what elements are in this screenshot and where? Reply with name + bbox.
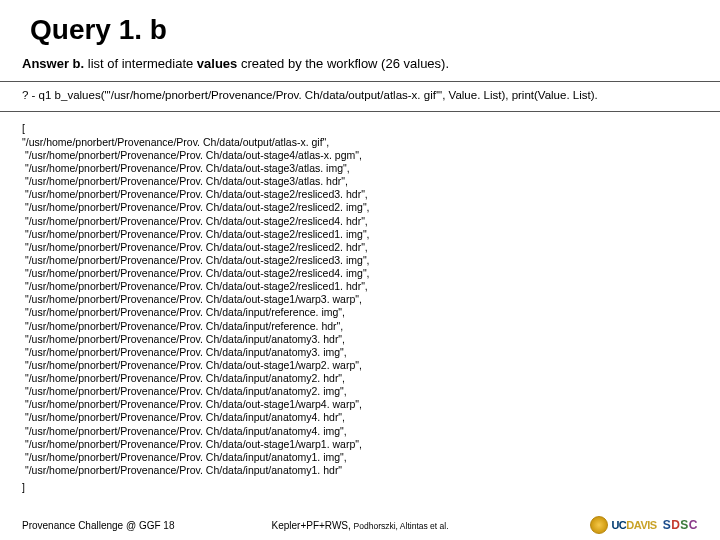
sdsc-d: D	[671, 518, 680, 532]
divider-top	[0, 81, 720, 82]
footer: Provenance Challenge @ GGF 18 Kepler+PF+…	[0, 516, 720, 534]
footer-center: Kepler+PF+RWS, Podhorszki, Altintas et a…	[271, 520, 448, 531]
footer-center-authors: Podhorszki, Altintas et al.	[354, 521, 449, 531]
sdsc-c: C	[689, 518, 698, 532]
list-close-bracket: ]	[22, 481, 25, 493]
list-open-bracket: [	[22, 122, 25, 134]
answer-prefix: Answer b.	[22, 56, 84, 71]
value-list: "/usr/home/pnorbert/Provenance/Prov. Ch/…	[22, 136, 698, 477]
footer-right: UCDAVIS SDSC	[590, 516, 698, 534]
answer-line: Answer b. list of intermediate values cr…	[22, 56, 698, 73]
ucdavis-logo: UCDAVIS	[590, 516, 656, 534]
query-line: ? - q1 b_values("'/usr/home/pnorbert/Pro…	[22, 88, 698, 103]
ucdavis-davis: DAVIS	[626, 519, 656, 531]
sdsc-s2: S	[680, 518, 689, 532]
footer-center-main: Kepler+PF+RWS,	[271, 520, 353, 531]
answer-suffix: created by the workflow (26 values).	[237, 56, 449, 71]
slide-title: Query 1. b	[30, 14, 698, 46]
ucdavis-seal-icon	[590, 516, 608, 534]
ucdavis-uc: UC	[611, 519, 626, 531]
sdsc-s1: S	[663, 518, 672, 532]
divider-bottom	[0, 111, 720, 112]
sdsc-logo: SDSC	[663, 518, 698, 532]
value-list-block: ["/usr/home/pnorbert/Provenance/Prov. Ch…	[22, 118, 698, 495]
answer-values-word: values	[197, 56, 237, 71]
footer-left: Provenance Challenge @ GGF 18	[22, 520, 174, 531]
ucdavis-wordmark: UCDAVIS	[611, 519, 656, 531]
answer-mid: list of intermediate	[84, 56, 197, 71]
